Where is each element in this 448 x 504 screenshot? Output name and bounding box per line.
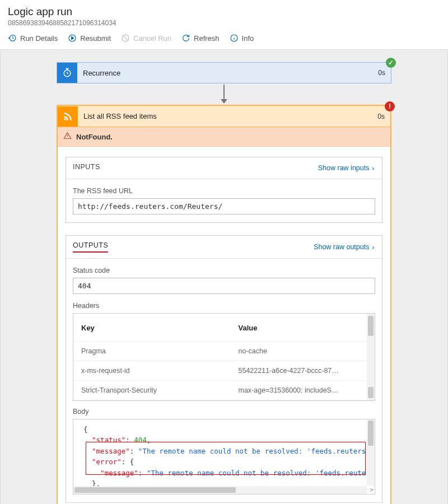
header-col-key: Key bbox=[81, 324, 239, 332]
inputs-card: INPUTS Show raw inputs › The RSS feed UR… bbox=[66, 157, 382, 223]
page-title: Logic app run bbox=[8, 6, 440, 18]
step-recurrence-duration: 0s bbox=[372, 69, 391, 77]
status-code-value[interactable]: 404 bbox=[73, 278, 375, 294]
toolbar: Run Details Resubmit Cancel Run Refresh … bbox=[8, 27, 440, 49]
headers-label: Headers bbox=[73, 302, 375, 310]
error-banner: NotFound. bbox=[58, 127, 390, 147]
inputs-label: INPUTS bbox=[73, 163, 100, 173]
cancel-icon bbox=[121, 34, 130, 43]
error-badge-icon: ! bbox=[385, 101, 395, 111]
status-code-label: Status code bbox=[73, 267, 375, 274]
warning-icon bbox=[63, 132, 72, 142]
info-icon bbox=[230, 34, 239, 43]
resubmit-button[interactable]: Resubmit bbox=[68, 34, 111, 43]
step-recurrence-label: Recurrence bbox=[77, 69, 372, 77]
run-details-button[interactable]: Run Details bbox=[8, 34, 58, 43]
chevron-right-icon: › bbox=[371, 164, 375, 172]
refresh-button[interactable]: Refresh bbox=[181, 34, 220, 43]
run-id: 08586938394688582171096314034 bbox=[8, 19, 440, 27]
show-raw-inputs-link[interactable]: Show raw inputs › bbox=[318, 164, 375, 172]
header-col-value: Value bbox=[239, 324, 258, 332]
rss-url-label: The RSS feed URL bbox=[73, 187, 375, 195]
cancel-run-button: Cancel Run bbox=[121, 34, 171, 43]
connector-arrow-icon bbox=[57, 85, 391, 104]
step-rss-duration: 0s bbox=[372, 113, 390, 120]
history-icon bbox=[8, 34, 17, 43]
rss-url-value[interactable]: http://feeds.reuters.com/Reuters/ bbox=[73, 198, 375, 214]
run-canvas: ✓ Recurrence 0s ! List all RSS feed item… bbox=[0, 49, 448, 504]
table-row: Pragmano-cache bbox=[73, 342, 375, 361]
refresh-icon bbox=[181, 34, 190, 43]
show-raw-outputs-link[interactable]: Show raw outputs › bbox=[314, 243, 375, 251]
table-row: Strict-Transport-Securitymax-age=3153600… bbox=[73, 381, 375, 400]
outputs-label: OUTPUTS bbox=[73, 241, 108, 253]
clock-icon bbox=[57, 63, 77, 83]
svg-point-5 bbox=[64, 118, 66, 120]
vertical-scrollbar[interactable] bbox=[367, 314, 375, 400]
resubmit-icon bbox=[68, 34, 77, 43]
step-rss[interactable]: ! List all RSS feed items 0s NotFound. I… bbox=[57, 105, 391, 504]
outputs-card: OUTPUTS Show raw outputs › Status code 4… bbox=[66, 235, 382, 503]
headers-table: Key Value Pragmano-cache x-ms-request-id… bbox=[73, 313, 375, 401]
body-json[interactable]: { "status": 404, "message": "The remote … bbox=[73, 419, 375, 494]
success-badge-icon: ✓ bbox=[386, 58, 396, 68]
step-recurrence[interactable]: ✓ Recurrence 0s bbox=[57, 62, 391, 83]
error-message: NotFound. bbox=[76, 133, 113, 141]
horizontal-scrollbar[interactable]: > bbox=[73, 486, 367, 494]
table-row: x-ms-request-id55422211-a6ce-4227-bccc-8… bbox=[73, 361, 375, 381]
step-rss-label: List all RSS feed items bbox=[78, 112, 372, 120]
vertical-scrollbar[interactable] bbox=[367, 419, 375, 486]
info-button[interactable]: Info bbox=[230, 34, 254, 43]
body-label: Body bbox=[73, 408, 375, 416]
rss-icon bbox=[58, 106, 78, 127]
chevron-right-icon: › bbox=[371, 243, 375, 251]
